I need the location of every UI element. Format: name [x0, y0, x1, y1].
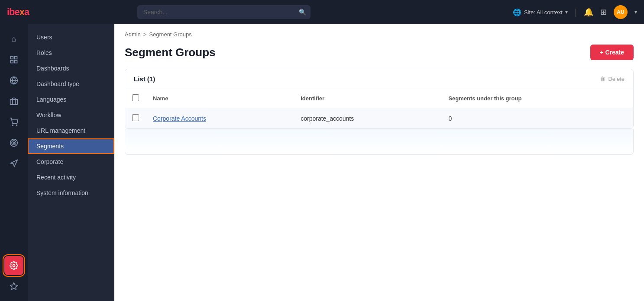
page-header: Segment Groups + Create — [114, 41, 644, 69]
sidebar-icon-globe[interactable] — [4, 71, 23, 90]
sidebar-icon-structure[interactable] — [4, 50, 23, 69]
list-title: List (1) — [134, 75, 155, 83]
sidebar-item-segments[interactable]: Segments — [28, 138, 114, 154]
segment-groups-table: Name Identifier Segments under this grou… — [125, 89, 633, 128]
globe-icon: 🌐 — [513, 8, 521, 16]
table-row: Corporate Accounts corporate_accounts 0 — [125, 108, 633, 129]
col-segments: Segments under this group — [441, 89, 633, 108]
list-card: List (1) 🗑 Delete Name Identifier Segmen… — [125, 69, 634, 129]
topbar-right: 🌐 Site: All context ▾ | 🔔 ⊞ AU ▾ — [513, 5, 637, 19]
segment-group-identifier: corporate_accounts — [294, 108, 441, 129]
delete-label: Delete — [608, 76, 625, 82]
col-identifier: Identifier — [294, 89, 441, 108]
sidebar-icon-megaphone[interactable] — [4, 154, 23, 173]
svg-rect-0 — [11, 57, 13, 59]
sidebar-item-workflow[interactable]: Workflow — [28, 107, 114, 123]
select-all-checkbox[interactable] — [132, 94, 139, 101]
sidebar-item-languages[interactable]: Languages — [28, 92, 114, 107]
sidebar-item-corporate[interactable]: Corporate — [28, 154, 114, 170]
avatar-chevron-icon: ▾ — [634, 9, 637, 15]
site-label: Site: All context — [524, 9, 563, 16]
notification-bell-icon[interactable]: 🔔 — [584, 7, 593, 17]
svg-rect-1 — [15, 57, 17, 59]
col-name: Name — [146, 89, 294, 108]
page-title: Segment Groups — [125, 46, 215, 59]
breadcrumb-separator: > — [143, 31, 147, 38]
breadcrumb: Admin > Segment Groups — [114, 24, 644, 41]
svg-marker-13 — [10, 283, 18, 290]
sidebar-item-dashboard-type[interactable]: Dashboard type — [28, 76, 114, 92]
sidebar-item-recent-activity[interactable]: Recent activity — [28, 170, 114, 185]
svg-rect-6 — [10, 99, 18, 105]
svg-point-9 — [10, 139, 18, 147]
svg-rect-2 — [11, 61, 13, 63]
content-footer — [125, 129, 634, 155]
sidebar-icon-building[interactable] — [4, 92, 23, 111]
text-sidebar: Users Roles Dashboards Dashboard type La… — [28, 24, 114, 301]
trash-icon: 🗑 — [600, 76, 605, 82]
segment-group-link[interactable]: Corporate Accounts — [153, 115, 206, 122]
logo: ibexa — [7, 6, 29, 18]
segment-group-count: 0 — [441, 108, 633, 129]
list-card-header: List (1) 🗑 Delete — [125, 69, 633, 89]
avatar[interactable]: AU — [614, 5, 628, 19]
sidebar-icon-home[interactable]: ⌂ — [4, 29, 23, 48]
delete-button[interactable]: 🗑 Delete — [600, 76, 625, 82]
sidebar-icon-star[interactable] — [4, 277, 23, 296]
sidebar-item-roles[interactable]: Roles — [28, 45, 114, 61]
sidebar-item-dashboards[interactable]: Dashboards — [28, 61, 114, 76]
sidebar-icon-settings[interactable] — [4, 256, 23, 275]
sidebar-item-url-management[interactable]: URL management — [28, 123, 114, 138]
icon-sidebar: ⌂ — [0, 24, 28, 301]
svg-point-8 — [16, 125, 17, 126]
create-button[interactable]: + Create — [590, 45, 634, 60]
search-bar[interactable]: 🔍 — [137, 5, 311, 19]
row-checkbox[interactable] — [132, 114, 139, 121]
sidebar-icon-target[interactable] — [4, 133, 23, 152]
sidebar-item-system-information[interactable]: System information — [28, 185, 114, 201]
sidebar-icon-cart[interactable] — [4, 112, 23, 131]
breadcrumb-admin[interactable]: Admin — [125, 31, 141, 38]
svg-point-10 — [12, 141, 16, 145]
sidebar-item-users[interactable]: Users — [28, 29, 114, 45]
breadcrumb-current: Segment Groups — [149, 31, 191, 38]
search-icon: 🔍 — [299, 9, 306, 16]
main-content: Admin > Segment Groups Segment Groups + … — [114, 24, 644, 301]
svg-rect-3 — [15, 61, 17, 63]
search-input[interactable] — [137, 5, 311, 19]
svg-point-11 — [13, 142, 14, 143]
site-chevron-icon: ▾ — [565, 9, 568, 15]
grid-apps-icon[interactable]: ⊞ — [600, 7, 607, 17]
svg-point-7 — [13, 125, 13, 126]
svg-point-12 — [13, 265, 15, 267]
site-selector[interactable]: 🌐 Site: All context ▾ — [513, 8, 568, 16]
